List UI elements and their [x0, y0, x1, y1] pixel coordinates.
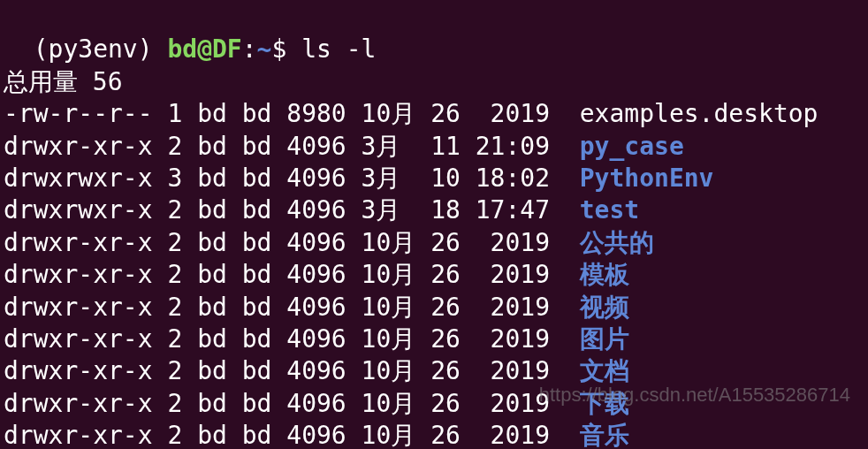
directory-name: 模板	[580, 260, 629, 289]
file-meta: drwxrwxr-x 2 bd bd 4096 3月 18 17:47	[4, 195, 580, 224]
file-row: drwxrwxr-x 3 bd bd 4096 3月 10 18:02 Pyth…	[4, 163, 864, 194]
file-row: drwxr-xr-x 2 bd bd 4096 10月 26 2019 图片	[4, 323, 864, 355]
file-meta: drwxr-xr-x 2 bd bd 4096 10月 26 2019	[4, 389, 580, 418]
file-row: drwxrwxr-x 2 bd bd 4096 3月 18 17:47 test	[4, 194, 864, 226]
directory-name: 音乐	[580, 421, 629, 449]
file-row: drwxr-xr-x 2 bd bd 4096 10月 26 2019 公共的	[4, 227, 864, 259]
directory-name: 下载	[580, 389, 629, 418]
prompt-symbol: $	[271, 34, 301, 64]
file-row: drwxr-xr-x 2 bd bd 4096 10月 26 2019 音乐	[4, 420, 864, 449]
file-row: drwxr-xr-x 2 bd bd 4096 10月 26 2019 模板	[4, 259, 864, 291]
directory-name: py_case	[580, 132, 684, 161]
file-row: -rw-r--r-- 1 bd bd 8980 10月 26 2019 exam…	[4, 98, 864, 130]
directory-name: 文档	[580, 356, 629, 385]
file-meta: drwxr-xr-x 2 bd bd 4096 3月 11 21:09	[4, 132, 580, 161]
file-row: drwxr-xr-x 2 bd bd 4096 10月 26 2019 文档	[4, 355, 864, 387]
directory-name: PythonEnv	[580, 164, 714, 193]
file-row: drwxr-xr-x 2 bd bd 4096 10月 26 2019 视频	[4, 292, 864, 323]
file-meta: drwxrwxr-x 3 bd bd 4096 3月 10 18:02	[4, 164, 580, 193]
command-text: ls -l	[301, 34, 376, 64]
venv-prefix: (py3env)	[34, 34, 168, 64]
file-meta: -rw-r--r-- 1 bd bd 8980 10月 26 2019	[4, 99, 580, 128]
file-listing: -rw-r--r-- 1 bd bd 8980 10月 26 2019 exam…	[4, 98, 864, 449]
file-meta: drwxr-xr-x 2 bd bd 4096 10月 26 2019	[4, 228, 580, 257]
file-meta: drwxr-xr-x 2 bd bd 4096 10月 26 2019	[4, 324, 580, 354]
directory-name: 图片	[580, 324, 629, 354]
directory-name: test	[580, 195, 639, 224]
file-meta: drwxr-xr-x 2 bd bd 4096 10月 26 2019	[4, 421, 580, 449]
file-meta: drwxr-xr-x 2 bd bd 4096 10月 26 2019	[4, 293, 580, 322]
prompt-colon: :	[242, 34, 257, 64]
file-meta: drwxr-xr-x 2 bd bd 4096 10月 26 2019	[4, 356, 580, 385]
file-name: examples.desktop	[580, 99, 819, 128]
file-meta: drwxr-xr-x 2 bd bd 4096 10月 26 2019	[4, 260, 580, 289]
directory-name: 视频	[580, 293, 629, 322]
file-row: drwxr-xr-x 2 bd bd 4096 10月 26 2019 下载	[4, 388, 864, 420]
prompt-line[interactable]: (py3env) bd@DF:~$ ls -l	[4, 2, 864, 66]
total-line: 总用量 56	[4, 66, 864, 98]
cwd-path: ~	[257, 34, 272, 64]
file-row: drwxr-xr-x 2 bd bd 4096 3月 11 21:09 py_c…	[4, 131, 864, 163]
directory-name: 公共的	[580, 228, 654, 257]
user-host: bd@DF	[167, 34, 241, 64]
